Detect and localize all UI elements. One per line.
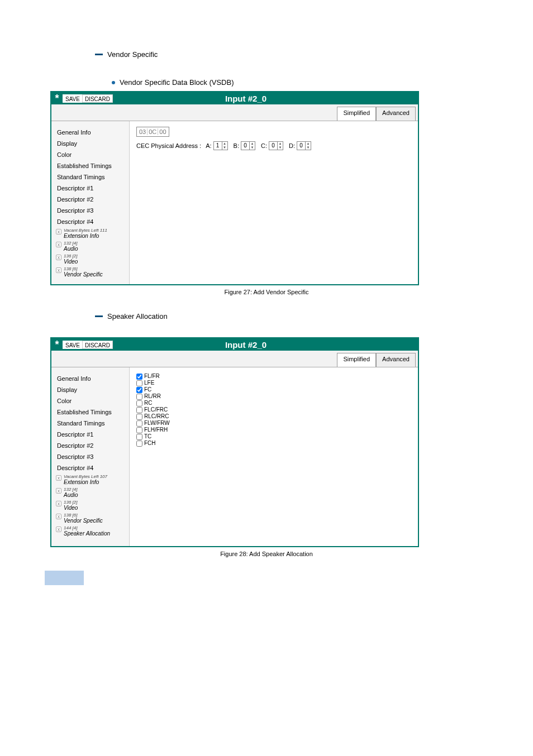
sidebar-item[interactable]: Standard Timings — [55, 418, 127, 429]
sidebar-item[interactable]: Display — [55, 384, 127, 395]
sidebar-item[interactable]: Color — [55, 149, 127, 160]
speaker-checkbox[interactable] — [136, 407, 142, 413]
sidebar-item-ext[interactable]: x132 [4]Audio — [55, 486, 127, 499]
sidebar-item[interactable]: General Info — [55, 373, 127, 384]
sidebar-item-ext[interactable]: xVacant Bytes Left 107Extension Info — [55, 473, 127, 486]
speaker-checkbox[interactable] — [136, 420, 142, 427]
speaker-checkbox[interactable] — [136, 441, 142, 447]
remove-icon[interactable]: x — [56, 242, 61, 247]
speaker-checkbox[interactable] — [136, 394, 142, 400]
save-button[interactable]: SAVE — [63, 94, 83, 103]
tab-advanced[interactable]: Advanced — [376, 107, 416, 121]
speaker-label: TC — [144, 433, 151, 440]
remove-icon[interactable]: x — [56, 488, 61, 494]
cec-physical-address-row: CEC Physical Address : A:1▲▼B:0▲▼C:0▲▼D:… — [136, 141, 411, 150]
heading-text: Vendor Specific — [107, 50, 158, 59]
chevron-up-icon[interactable]: ▲ — [306, 142, 311, 146]
cec-field-label: D: — [289, 142, 295, 149]
speaker-checkbox-row[interactable]: RL/RR — [136, 393, 411, 400]
remove-icon[interactable]: x — [56, 475, 61, 481]
sidebar-item[interactable]: Established Timings — [55, 160, 127, 171]
tab-simplified[interactable]: Simplified — [337, 353, 376, 367]
sidebar-item[interactable]: Descriptor #1 — [55, 429, 127, 440]
sidebar-item[interactable]: Display — [55, 138, 127, 149]
chevron-down-icon[interactable]: ▼ — [278, 146, 283, 150]
hex-byte: 03 — [138, 128, 147, 135]
sidebar: General InfoDisplayColorEstablished Timi… — [51, 367, 130, 546]
page-footer — [45, 557, 488, 585]
speaker-checkbox-row[interactable]: FLH/FRH — [136, 427, 411, 433]
chevron-up-icon[interactable]: ▲ — [250, 142, 255, 146]
cec-spinner[interactable]: 0▲▼ — [241, 141, 255, 150]
sidebar-item[interactable]: Standard Timings — [55, 171, 127, 183]
speaker-checkbox-row[interactable]: FC — [136, 386, 411, 393]
speaker-checkbox-row[interactable]: FLW/FRW — [136, 420, 411, 427]
remove-icon[interactable]: x — [56, 501, 61, 506]
sidebar-item[interactable]: Descriptor #1 — [55, 183, 127, 194]
speaker-checkbox-row[interactable]: FL/FR — [136, 373, 411, 380]
speaker-label: RC — [144, 400, 152, 406]
sidebar-item-ext[interactable]: x132 [4]Audio — [55, 240, 127, 253]
figure-caption: Figure 28: Add Speaker Allocation — [45, 551, 488, 557]
sidebar-item-ext[interactable]: x138 [6]Vendor Specific — [55, 266, 127, 279]
speaker-checkbox[interactable] — [136, 374, 142, 380]
sidebar-item[interactable]: Descriptor #2 — [55, 194, 127, 205]
title-bar: * SAVE DISCARD Input #2_0 — [51, 338, 418, 351]
speaker-checkbox[interactable] — [136, 427, 142, 433]
sidebar-item[interactable]: Descriptor #4 — [55, 216, 127, 227]
sidebar-item[interactable]: Descriptor #3 — [55, 205, 127, 216]
sidebar-item-ext[interactable]: x144 [4]Speaker Allocation — [55, 525, 127, 538]
speaker-label: FL/FR — [144, 373, 160, 380]
sidebar-item[interactable]: Descriptor #3 — [55, 451, 127, 462]
edid-window-vendor: * SAVE DISCARD Input #2_0 Simplified Adv… — [50, 91, 419, 285]
speaker-checkbox-row[interactable]: RC — [136, 400, 411, 406]
speaker-checkbox[interactable] — [136, 387, 142, 393]
sidebar-item[interactable]: General Info — [55, 127, 127, 138]
content-pane-speakers: FL/FRLFEFCRL/RRRCFLC/FRCRLC/RRCFLW/FRWFL… — [130, 367, 418, 546]
speaker-label: FCH — [144, 440, 156, 447]
remove-icon[interactable]: x — [56, 514, 61, 519]
cec-field-label: B: — [234, 142, 239, 149]
speaker-checkbox-row[interactable]: RLC/RRC — [136, 413, 411, 420]
cec-spinner[interactable]: 0▲▼ — [297, 141, 311, 150]
sidebar-item-ext[interactable]: x136 [2]Video — [55, 253, 127, 266]
remove-icon[interactable]: x — [56, 267, 61, 273]
sidebar-item[interactable]: Color — [55, 395, 127, 406]
sidebar-item-ext[interactable]: xVacant Bytes Left 111Extension Info — [55, 227, 127, 240]
discard-button[interactable]: DISCARD — [82, 341, 113, 349]
chevron-down-icon[interactable]: ▼ — [250, 146, 255, 150]
chevron-up-icon[interactable]: ▲ — [222, 142, 227, 146]
cec-spinner[interactable]: 1▲▼ — [213, 141, 228, 150]
sidebar-item-ext[interactable]: x138 [6]Vendor Specific — [55, 512, 127, 525]
speaker-checkbox[interactable] — [136, 434, 142, 440]
asterisk-icon: * — [51, 93, 63, 104]
speaker-checkbox-row[interactable]: LFE — [136, 380, 411, 386]
sidebar-item[interactable]: Descriptor #2 — [55, 440, 127, 451]
remove-icon[interactable]: x — [56, 527, 61, 532]
chevron-down-icon[interactable]: ▼ — [222, 146, 227, 150]
speaker-checkbox[interactable] — [136, 380, 142, 386]
chevron-down-icon[interactable]: ▼ — [306, 146, 311, 150]
sidebar-item-ext[interactable]: x136 [2]Video — [55, 499, 127, 512]
cec-spinner[interactable]: 0▲▼ — [269, 141, 283, 150]
tabs-row: Simplified Advanced — [51, 351, 418, 367]
tab-advanced[interactable]: Advanced — [376, 353, 416, 367]
speaker-checkbox[interactable] — [136, 400, 142, 406]
save-button[interactable]: SAVE — [63, 341, 83, 349]
speaker-checkbox[interactable] — [136, 414, 142, 420]
speaker-label: FLC/FRC — [144, 406, 168, 413]
title-bar: * SAVE DISCARD Input #2_0 — [51, 92, 418, 104]
sidebar-item[interactable]: Established Timings — [55, 406, 127, 418]
sidebar-item[interactable]: Descriptor #4 — [55, 462, 127, 473]
speaker-checkbox-row[interactable]: TC — [136, 433, 411, 440]
chevron-up-icon[interactable]: ▲ — [278, 142, 283, 146]
tab-simplified[interactable]: Simplified — [337, 107, 376, 121]
section-heading-speaker: Speaker Allocation — [95, 312, 488, 320]
speaker-checkbox-row[interactable]: FCH — [136, 440, 411, 447]
remove-icon[interactable]: x — [56, 255, 61, 260]
remove-icon[interactable]: x — [56, 229, 61, 235]
bullet-text: Vendor Specific Data Block (VSDB) — [120, 78, 234, 87]
discard-button[interactable]: DISCARD — [82, 94, 113, 103]
speaker-checkbox-row[interactable]: FLC/FRC — [136, 406, 411, 413]
asterisk-icon: * — [51, 339, 63, 350]
